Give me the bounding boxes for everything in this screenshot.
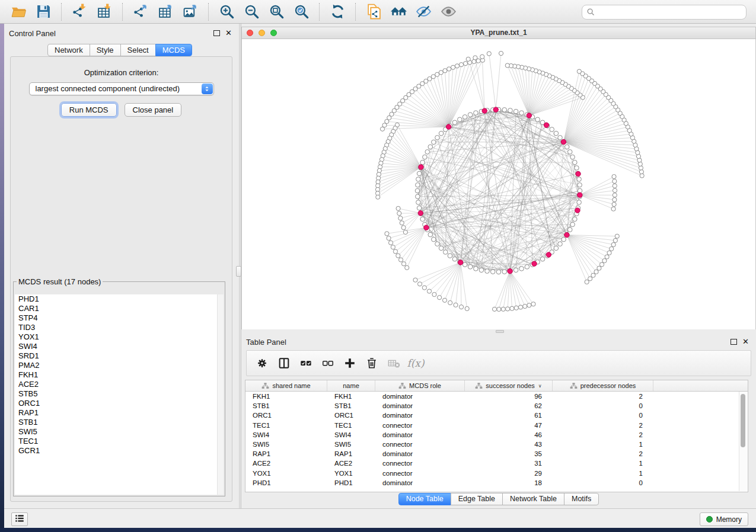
graph-node[interactable] bbox=[577, 69, 581, 73]
table-row[interactable]: RAP1RAP1dominator352 bbox=[245, 449, 748, 459]
graph-node[interactable] bbox=[427, 289, 431, 293]
graph-node[interactable] bbox=[513, 109, 518, 114]
graph-node[interactable] bbox=[613, 193, 617, 197]
graph-node[interactable] bbox=[525, 265, 529, 270]
mcds-result-item[interactable]: YOX1 bbox=[15, 332, 224, 342]
graph-node[interactable] bbox=[479, 268, 484, 273]
graph-node[interactable] bbox=[490, 270, 495, 274]
first-neighbors-button[interactable] bbox=[388, 2, 409, 21]
graph-node[interactable] bbox=[558, 135, 563, 140]
column-header-shared-name[interactable]: shared name bbox=[245, 380, 327, 391]
tab-mcds[interactable]: MCDS bbox=[155, 44, 192, 56]
graph-node[interactable] bbox=[613, 238, 617, 242]
graph-node[interactable] bbox=[558, 242, 563, 246]
graph-node[interactable] bbox=[474, 267, 479, 271]
zoom-in-button[interactable] bbox=[216, 2, 237, 21]
graph-node[interactable] bbox=[439, 70, 443, 75]
graph-node[interactable] bbox=[540, 257, 545, 261]
panel-divider-grip[interactable] bbox=[236, 266, 241, 277]
table-row[interactable]: FKH1FKH1dominator962 bbox=[245, 392, 748, 401]
graph-node[interactable] bbox=[425, 150, 430, 155]
graph-node[interactable] bbox=[397, 211, 401, 216]
export-image-button[interactable] bbox=[180, 2, 201, 21]
graph-node[interactable] bbox=[462, 262, 467, 267]
column-header-MCDS-role[interactable]: MCDS role bbox=[375, 380, 465, 391]
export-network-button[interactable] bbox=[130, 2, 151, 21]
graph-node[interactable] bbox=[612, 175, 616, 179]
horizontal-divider-grip[interactable] bbox=[496, 330, 504, 333]
graph-node[interactable] bbox=[570, 155, 575, 159]
graph-node[interactable] bbox=[391, 245, 395, 249]
graph-node[interactable] bbox=[417, 282, 422, 286]
search-box[interactable] bbox=[582, 5, 747, 20]
graph-node[interactable] bbox=[432, 292, 436, 296]
refresh-button[interactable] bbox=[327, 2, 348, 21]
table-scrollbar-thumb[interactable] bbox=[741, 394, 745, 447]
network-window-titlebar[interactable]: YPA_prune.txt_1 bbox=[241, 27, 756, 39]
tab-node-table[interactable]: Node Table bbox=[398, 493, 451, 505]
graph-node[interactable] bbox=[613, 184, 617, 188]
graph-node[interactable] bbox=[398, 258, 403, 262]
close-table-panel-icon[interactable]: ✕ bbox=[742, 339, 749, 345]
graph-node[interactable] bbox=[443, 69, 447, 73]
mcds-node[interactable] bbox=[544, 123, 548, 127]
graph-node[interactable] bbox=[423, 155, 428, 159]
graph-node[interactable] bbox=[591, 273, 595, 277]
graph-node[interactable] bbox=[443, 250, 448, 255]
graph-node[interactable] bbox=[523, 304, 527, 308]
delete-column-button[interactable] bbox=[365, 356, 379, 370]
mcds-result-item[interactable]: STB1 bbox=[15, 418, 224, 427]
graph-node[interactable] bbox=[385, 232, 389, 236]
graph-node[interactable] bbox=[607, 251, 611, 255]
graph-node[interactable] bbox=[514, 306, 518, 310]
graph-node[interactable] bbox=[639, 169, 643, 174]
graph-node[interactable] bbox=[602, 259, 607, 263]
open-file-button[interactable] bbox=[8, 2, 29, 21]
graph-node[interactable] bbox=[432, 140, 436, 145]
mcds-node[interactable] bbox=[458, 260, 462, 265]
graph-node[interactable] bbox=[510, 306, 514, 310]
graph-node[interactable] bbox=[575, 166, 579, 171]
column-header-successor-nodes[interactable]: successor nodes∨ bbox=[465, 380, 553, 391]
mcds-node[interactable] bbox=[532, 261, 537, 266]
mcds-node[interactable] bbox=[419, 165, 423, 169]
show-all-button[interactable] bbox=[438, 2, 459, 21]
mcds-node[interactable] bbox=[564, 232, 569, 237]
graph-node[interactable] bbox=[638, 162, 642, 166]
table-row[interactable]: ACE2ACE2connector311 bbox=[245, 459, 748, 468]
graph-node[interactable] bbox=[376, 195, 380, 199]
graph-node[interactable] bbox=[605, 255, 609, 259]
graph-node[interactable] bbox=[508, 108, 513, 113]
graph-node[interactable] bbox=[387, 236, 391, 241]
panel-divider-horizontal[interactable] bbox=[241, 329, 756, 334]
mcds-result-item[interactable]: SRD1 bbox=[15, 351, 224, 361]
mcds-result-item[interactable]: STB5 bbox=[15, 389, 224, 399]
graph-node[interactable] bbox=[474, 111, 479, 116]
graph-node[interactable] bbox=[439, 131, 444, 136]
graph-node[interactable] bbox=[435, 135, 440, 140]
mcds-list-scrollbar[interactable] bbox=[217, 294, 224, 495]
graph-node[interactable] bbox=[396, 206, 400, 210]
tab-network-table[interactable]: Network Table bbox=[502, 493, 564, 505]
export-table-button[interactable] bbox=[155, 2, 176, 21]
mcds-result-item[interactable]: SWI4 bbox=[15, 342, 224, 351]
graph-node[interactable] bbox=[564, 145, 569, 149]
import-table-button[interactable] bbox=[94, 2, 115, 21]
graph-node[interactable] bbox=[554, 131, 559, 136]
table-row[interactable]: PHD1PHD1dominator180 bbox=[245, 478, 748, 488]
table-row[interactable]: SWI4SWI4dominator462 bbox=[245, 430, 748, 440]
graph-node[interactable] bbox=[531, 302, 535, 306]
graph-node[interactable] bbox=[401, 262, 406, 266]
float-panel-icon[interactable] bbox=[213, 30, 220, 36]
graph-node[interactable] bbox=[435, 242, 440, 246]
graph-node[interactable] bbox=[448, 300, 452, 305]
graph-node[interactable] bbox=[613, 188, 617, 193]
graph-node[interactable] bbox=[502, 270, 507, 274]
graph-node[interactable] bbox=[487, 52, 491, 56]
graph-node[interactable] bbox=[499, 51, 503, 55]
mcds-result-item[interactable]: CAR1 bbox=[15, 304, 224, 313]
close-panel-button[interactable]: Close panel bbox=[125, 103, 182, 117]
graph-node[interactable] bbox=[570, 222, 575, 227]
graph-node[interactable] bbox=[380, 127, 384, 131]
graph-node[interactable] bbox=[420, 217, 425, 222]
